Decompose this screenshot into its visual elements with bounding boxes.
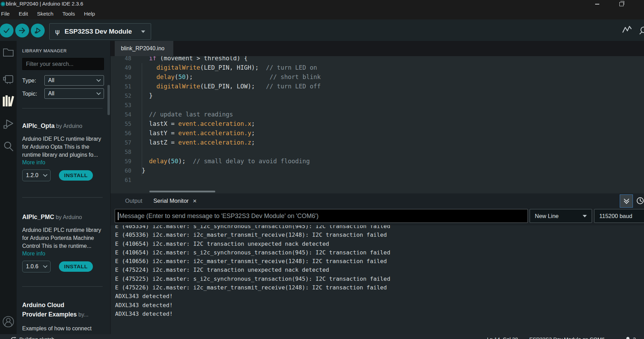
sidebar-item-library-manager[interactable] bbox=[2, 95, 14, 107]
tab-serial-monitor[interactable]: Serial Monitor bbox=[154, 198, 189, 204]
line-number: 48 bbox=[111, 56, 131, 63]
version-select[interactable]: 1.2.0 bbox=[22, 170, 51, 181]
verify-button[interactable] bbox=[0, 24, 14, 37]
library-author: by Arduino bbox=[54, 123, 82, 129]
serial-monitor-button[interactable] bbox=[639, 26, 644, 35]
library-name-text: AIPlc_Opta bbox=[22, 122, 54, 129]
topic-select[interactable]: All bbox=[44, 88, 104, 99]
serial-plotter-icon bbox=[622, 25, 632, 34]
code-token: digitalWrite bbox=[156, 64, 200, 71]
board-selector-dropdown[interactable]: ψ ESP32S3 Dev Module bbox=[49, 23, 151, 40]
scroll-to-bottom-button[interactable] bbox=[620, 194, 633, 208]
code-token: lastY = bbox=[142, 130, 178, 137]
upload-button[interactable] bbox=[15, 24, 29, 37]
code-token: ); bbox=[185, 73, 193, 80]
more-info-link[interactable]: More info bbox=[22, 251, 104, 257]
version-select[interactable]: 1.0.6 bbox=[22, 261, 51, 272]
library-name: AIPlc_Opta by Arduino bbox=[22, 122, 104, 130]
description-line: Arduino IDE PLC runtime library bbox=[22, 135, 104, 143]
sidebar-item-account[interactable] bbox=[2, 315, 14, 328]
topic-select-value: All bbox=[48, 90, 54, 97]
code-token: } bbox=[142, 167, 146, 174]
chevron-down-icon bbox=[96, 90, 101, 95]
install-button[interactable]: INSTALL bbox=[59, 261, 93, 272]
library-name: Arduino CloudProvider Examples by... bbox=[22, 301, 104, 319]
library-manager-title: LIBRARY MANAGER bbox=[22, 49, 104, 53]
description-line: Arduino IDE PLC runtime library bbox=[22, 226, 104, 234]
usb-icon: ψ bbox=[55, 27, 60, 36]
description-line: runtime library and plugins fo... bbox=[22, 151, 104, 159]
code-token: ; bbox=[251, 120, 255, 127]
maximize-button[interactable] bbox=[616, 0, 627, 8]
line-ending-select[interactable]: New Line bbox=[530, 209, 592, 223]
library-author: by... bbox=[77, 312, 89, 318]
code-line: 50 delay(50); // short blink bbox=[111, 72, 644, 82]
serial-output[interactable]: E (405334) i2c.master: s_i2c_synchronous… bbox=[111, 225, 644, 334]
description-line: for Arduino Portenta Machine bbox=[22, 234, 104, 242]
code-token: delay bbox=[149, 158, 167, 165]
library-manager-panel: LIBRARY MANAGER Type: All Topic: All AIP… bbox=[17, 41, 110, 334]
serial-output-line: ADXL343 detected! bbox=[115, 292, 644, 301]
sidebar-item-debugger[interactable] bbox=[2, 118, 14, 130]
serial-output-line: E (410656) i2c.master: i2c_master_transm… bbox=[115, 257, 644, 266]
menu-help[interactable]: Help bbox=[79, 11, 99, 17]
menu-tools[interactable]: Tools bbox=[58, 11, 79, 17]
menu-file[interactable]: File bbox=[0, 11, 14, 17]
minimize-button[interactable] bbox=[591, 0, 603, 8]
sync-icon bbox=[10, 337, 16, 339]
serial-output-line: E (410654) i2c.master: I2C transaction u… bbox=[115, 240, 644, 248]
sidebar-item-sketchbook[interactable] bbox=[2, 46, 14, 58]
library-description: Arduino IDE PLC runtime libraryfor Ardui… bbox=[22, 226, 104, 250]
notification-count[interactable]: 2 bbox=[633, 336, 636, 339]
board-selector-label: ESP32S3 Dev Module bbox=[64, 28, 132, 35]
library-name-text: Arduino Cloud bbox=[22, 302, 64, 308]
code-editor[interactable]: 48 if (movement > threshold) {49 digital… bbox=[111, 56, 644, 193]
code-token: // short blink bbox=[270, 73, 321, 80]
code-text: // update last readings bbox=[142, 110, 233, 119]
library-manager-icon bbox=[2, 95, 14, 108]
library-name-text: Provider Examples bbox=[22, 311, 77, 318]
cursor-position: Ln 14, Col 28 bbox=[487, 336, 518, 339]
menu-edit[interactable]: Edit bbox=[14, 11, 33, 17]
clock-icon bbox=[636, 197, 644, 205]
library-search-input[interactable] bbox=[22, 58, 104, 70]
sidebar-item-boards-manager[interactable] bbox=[2, 73, 14, 85]
code-text: digitalWrite(LED_PIN, LOW); // turn LED … bbox=[142, 82, 321, 91]
timestamp-toggle-button[interactable] bbox=[636, 197, 644, 205]
tab-output[interactable]: Output bbox=[125, 198, 142, 204]
minimize-icon bbox=[595, 4, 599, 5]
sidebar-item-search[interactable] bbox=[2, 140, 14, 153]
debug-button[interactable] bbox=[31, 24, 45, 37]
menu-sketch[interactable]: Sketch bbox=[33, 11, 58, 17]
chevron-down-icon bbox=[583, 215, 587, 217]
more-info-link[interactable]: More info bbox=[22, 159, 104, 166]
right-arrow-icon bbox=[18, 27, 26, 34]
tab-blink-rp2040[interactable]: blink_RP2040.ino bbox=[115, 41, 173, 56]
bottom-tab-bar: Output Serial Monitor × bbox=[111, 193, 644, 208]
close-icon[interactable]: × bbox=[193, 198, 197, 204]
code-line: 55 lastX = event.acceleration.x; bbox=[111, 119, 644, 129]
serial-message-input[interactable] bbox=[115, 209, 528, 223]
version-value: 1.0.6 bbox=[26, 263, 38, 270]
code-token: // turn LED off bbox=[266, 83, 321, 90]
code-token: ; bbox=[251, 139, 255, 146]
code-line: 48 if (movement > threshold) { bbox=[111, 56, 644, 63]
code-line: 53 bbox=[111, 101, 644, 110]
code-token: digitalWrite bbox=[156, 83, 200, 90]
line-number: 51 bbox=[111, 82, 131, 91]
install-button[interactable]: INSTALL bbox=[59, 170, 93, 181]
baud-rate-select[interactable]: 115200 baud bbox=[594, 209, 644, 223]
library-entry: AIPlc_Opta by ArduinoArduino IDE PLC run… bbox=[22, 122, 104, 198]
code-token bbox=[142, 64, 156, 71]
line-ending-value: New Line bbox=[535, 213, 559, 219]
library-panel-scrollbar[interactable] bbox=[107, 85, 110, 115]
bell-icon[interactable] bbox=[625, 337, 630, 339]
horizontal-scrollbar[interactable] bbox=[149, 191, 215, 192]
type-select[interactable]: All bbox=[44, 75, 104, 86]
serial-plotter-button[interactable] bbox=[622, 25, 632, 34]
code-token: ); bbox=[178, 158, 193, 165]
description-line: for Arduino Opta This is the bbox=[22, 143, 104, 151]
code-token: } bbox=[142, 92, 153, 99]
tab-label: blink_RP2040.ino bbox=[121, 45, 164, 52]
serial-monitor-icon bbox=[639, 26, 644, 35]
